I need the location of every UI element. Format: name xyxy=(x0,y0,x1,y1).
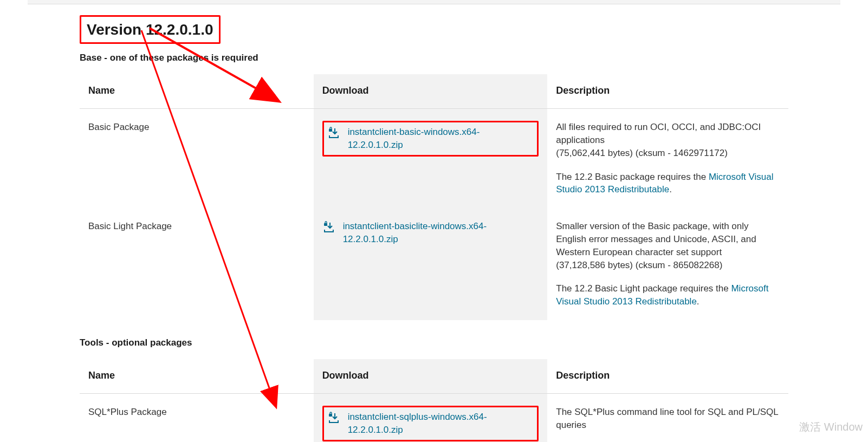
col-header-name: Name xyxy=(80,359,314,394)
table-row: SQL*Plus Package xyxy=(80,393,788,442)
desc-prefix: The 12.2 Basic Light package requires th… xyxy=(556,283,731,294)
page-container: Version 12.2.0.1.0 Base - one of these p… xyxy=(28,0,840,442)
package-description: The SQL*Plus command line tool for SQL a… xyxy=(547,393,788,442)
package-description: Smaller version of the Basic package, wi… xyxy=(547,208,788,320)
col-header-description: Description xyxy=(547,74,788,109)
download-filename: instantclient-basic-windows.x64-12.2.0.1… xyxy=(348,126,500,152)
svg-rect-1 xyxy=(324,223,327,226)
desc-suffix: . xyxy=(697,296,699,307)
col-header-download: Download xyxy=(314,359,548,394)
package-name: Basic Light Package xyxy=(80,208,314,320)
base-packages-table: Name Download Description Basic Package xyxy=(80,74,788,320)
version-title: Version 12.2.0.1.0 xyxy=(80,15,221,44)
package-name: SQL*Plus Package xyxy=(80,393,314,442)
desc-text: All files required to run OCI, OCCI, and… xyxy=(556,122,761,145)
tools-section-subtitle: Tools - optional packages xyxy=(80,336,788,349)
download-filename: instantclient-sqlplus-windows.x64-12.2.0… xyxy=(348,411,494,437)
desc-bytes: (37,128,586 bytes) (cksum - 865082268) xyxy=(556,260,722,270)
download-link-basiclite[interactable]: instantclient-basiclite-windows.x64-12.2… xyxy=(322,220,539,246)
download-link-sqlplus[interactable]: instantclient-sqlplus-windows.x64-12.2.0… xyxy=(327,411,494,437)
download-lock-icon xyxy=(327,127,340,140)
desc-suffix: . xyxy=(669,184,672,194)
package-description: All files required to run OCI, OCCI, and… xyxy=(547,109,788,208)
download-filename: instantclient-basiclite-windows.x64-12.2… xyxy=(343,220,539,246)
download-link-basic[interactable]: instantclient-basic-windows.x64-12.2.0.1… xyxy=(327,126,500,152)
base-section-subtitle: Base - one of these packages is required xyxy=(80,51,788,64)
window-topbar xyxy=(28,0,840,4)
download-lock-icon xyxy=(322,221,335,234)
desc-bytes: (75,062,441 bytes) (cksum - 1462971172) xyxy=(556,148,728,158)
package-name: Basic Package xyxy=(80,109,314,208)
col-header-download: Download xyxy=(314,74,548,109)
desc-text: Smaller version of the Basic package, wi… xyxy=(556,221,756,257)
table-row: Basic Light Package instant xyxy=(80,208,788,320)
tools-packages-table: Name Download Description SQL*Plus Packa… xyxy=(80,359,788,442)
desc-text: The SQL*Plus command line tool for SQL a… xyxy=(556,407,778,430)
desc-prefix: The 12.2 Basic package requires the xyxy=(556,172,709,182)
svg-rect-0 xyxy=(329,129,332,132)
col-header-description: Description xyxy=(547,359,788,394)
table-row: Basic Package xyxy=(80,109,788,208)
col-header-name: Name xyxy=(80,74,314,109)
download-lock-icon xyxy=(327,412,340,425)
svg-rect-2 xyxy=(329,414,332,417)
